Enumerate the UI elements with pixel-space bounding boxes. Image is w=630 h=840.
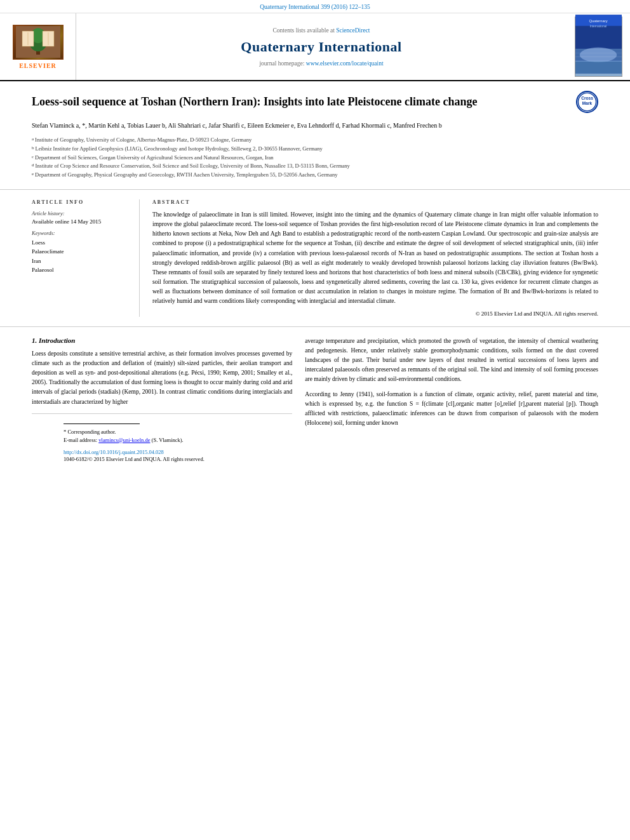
svg-text:Mark: Mark [582,101,593,105]
elsevier-label: ELSEVIER [19,62,57,69]
section-number: 1. [32,337,37,344]
affiliations-block: a Institute of Geography, University of … [32,136,598,179]
abstract-section: ABSTRACT The knowledge of palaeoclimate … [152,199,598,317]
journal-header: ELSEVIER Contents lists available at Sci… [0,13,630,81]
elsevier-logo: ELSEVIER [13,25,64,69]
keyword-loess: Loess [32,238,130,247]
journal-homepage: journal homepage: www.elsevier.com/locat… [259,60,383,67]
doi-line: http://dx.doi.org/10.1016/j.quaint.2015.… [64,449,260,455]
affiliation-c: c Department of Soil Sciences, Gorgan Un… [32,154,598,162]
article-title-wrapper: Loess-soil sequence at Toshan (Northern … [32,94,598,113]
citation-text: Quaternary International 399 (2016) 122–… [260,4,370,10]
homepage-url[interactable]: www.elsevier.com/locate/quaint [306,60,384,67]
abstract-title: ABSTRACT [152,199,598,205]
intro-paragraph-1: Loess deposits constitute a sensitive te… [32,349,292,407]
footer-separator [64,423,140,424]
journal-header-right: Quaternary International [566,13,630,80]
abstract-text: The knowledge of palaeoclimate in Iran i… [152,210,598,307]
left-column: 1. Introduction Loess deposits constitut… [32,337,292,470]
authors-text: Stefan Vlaminck a, *, Martin Kehl a, Tob… [32,122,442,129]
affiliation-a: a Institute of Geography, University of … [32,136,598,144]
svg-text:International: International [589,25,607,28]
svg-text:Quaternary: Quaternary [589,19,607,23]
science-direct-link[interactable]: ScienceDirect [336,27,370,34]
journal-header-center: Contents lists available at ScienceDirec… [76,13,566,80]
affiliation-d: d Institute of Crop Science and Resource… [32,162,598,170]
svg-rect-14 [575,61,622,73]
article-title-section: Loess-soil sequence at Toshan (Northern … [0,81,630,190]
crossmark-icon: Cross Mark [576,91,598,113]
keyword-iran: Iran [32,257,130,265]
page-wrapper: Quaternary International 399 (2016) 122–… [0,0,630,479]
article-title-text: Loess-soil sequence at Toshan (Northern … [32,94,576,110]
keyword-palaeosol: Palaeosol [32,265,130,274]
keywords-list: Loess Palaeoclimate Iran Palaeosol [32,238,130,275]
elsevier-logo-image [13,25,64,60]
article-history-label: Article history: [32,210,130,217]
authors-line: Stefan Vlaminck a, *, Martin Kehl a, Tob… [32,121,598,131]
intro-paragraph-2: average temperature and precipitation, w… [305,337,598,385]
main-content: 1. Introduction Loess deposits constitut… [0,327,630,479]
article-info-panel: ARTICLE INFO Article history: Available … [32,199,140,317]
affiliation-e: e Department of Geography, Physical Geog… [32,171,598,179]
science-direct-line: Contents lists available at ScienceDirec… [272,27,370,34]
affiliation-b: b Leibniz Institute for Applied Geophysi… [32,145,598,153]
issn-line: 1040-6182/© 2015 Elsevier Ltd and INQUA.… [64,455,260,463]
journal-title: Quaternary International [241,39,401,55]
keywords-label: Keywords: [32,230,130,236]
introduction-heading: 1. Introduction [32,337,292,344]
available-online-value: Available online 14 May 2015 [32,218,130,225]
keyword-palaeoclimate: Palaeoclimate [32,247,130,256]
corresponding-email[interactable]: vlamincs@uni-koeln.de [98,437,150,443]
journal-cover-image: Quaternary International [575,17,622,77]
right-column: average temperature and precipitation, w… [305,337,598,470]
doi-link[interactable]: http://dx.doi.org/10.1016/j.quaint.2015.… [64,449,164,455]
email-footer-note: E-mail address: vlamincs@uni-koeln.de (S… [64,436,260,444]
svg-point-13 [579,48,616,62]
journal-header-left: ELSEVIER [0,13,76,80]
crossmark-logo[interactable]: Cross Mark [576,91,598,113]
article-body: ARTICLE INFO Article history: Available … [0,190,630,327]
citation-bar: Quaternary International 399 (2016) 122–… [0,0,630,13]
svg-text:Cross: Cross [581,96,593,100]
intro-paragraph-3: According to Jenny (1941), soil-formatio… [305,390,598,429]
page-footer: * Corresponding author. E-mail address: … [32,413,292,470]
article-info-title: ARTICLE INFO [32,199,130,205]
section-heading-text: Introduction [39,337,75,344]
abstract-copyright: © 2015 Elsevier Ltd and INQUA. All right… [152,310,598,317]
corresponding-author-note: * Corresponding author. [64,428,260,436]
